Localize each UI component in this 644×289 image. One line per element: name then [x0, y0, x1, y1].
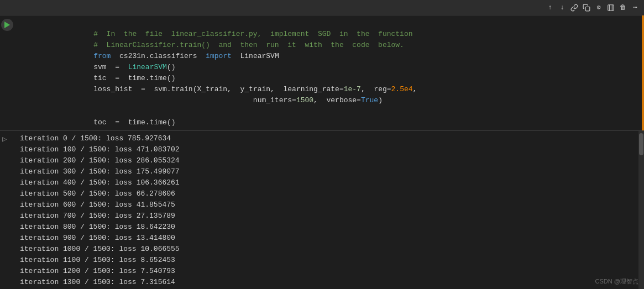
- code-line-1: # In the file linear_classifier.py, impl…: [33, 18, 644, 29]
- code-content: # In the file linear_classifier.py, impl…: [15, 18, 644, 128]
- scrollbar-thumb[interactable]: [639, 133, 643, 155]
- output-gutter: ▷: [0, 131, 15, 289]
- output-line-8: iteration 700 / 1500: loss 27.135789: [20, 211, 634, 222]
- delete-icon[interactable]: 🗑: [619, 3, 627, 12]
- output-content: iteration 0 / 1500: loss 785.927634 iter…: [15, 131, 638, 289]
- output-block: ▷ iteration 0 / 1500: loss 785.927634 it…: [0, 131, 644, 289]
- copy-icon[interactable]: [582, 3, 591, 12]
- output-line-2: iteration 100 / 1500: loss 471.083702: [20, 144, 634, 155]
- output-line-3: iteration 200 / 1500: loss 286.055324: [20, 155, 634, 166]
- output-line-10: iteration 900 / 1500: loss 13.414800: [20, 233, 634, 244]
- output-line-5: iteration 400 / 1500: loss 106.366261: [20, 177, 634, 188]
- line-num-5: [0, 62, 11, 73]
- code-block: # In the file linear_classifier.py, impl…: [0, 15, 644, 131]
- run-button[interactable]: [1, 19, 13, 31]
- svg-marker-2: [4, 22, 10, 28]
- output-line-11: iteration 1000 / 1500: loss 10.066555: [20, 244, 634, 255]
- active-scrollbar: [642, 15, 644, 130]
- main-container: ↑ ↓ ⚙ 🗑 ⋯: [0, 0, 644, 289]
- output-arrow-icon: ▷: [2, 134, 7, 144]
- line-numbers: [0, 18, 15, 128]
- line-num-10: [0, 117, 11, 128]
- more-icon[interactable]: ⋯: [631, 3, 640, 12]
- svg-rect-0: [585, 7, 590, 11]
- output-line-9: iteration 800 / 1500: loss 18.642230: [20, 222, 634, 233]
- output-line-4: iteration 300 / 1500: loss 175.499077: [20, 166, 634, 177]
- scroll-down-icon[interactable]: ↓: [558, 3, 567, 12]
- toolbar: ↑ ↓ ⚙ 🗑 ⋯: [0, 0, 644, 15]
- expand-icon[interactable]: [606, 3, 615, 12]
- output-line-6: iteration 500 / 1500: loss 66.278606: [20, 188, 634, 199]
- output-line-12: iteration 1100 / 1500: loss 8.652453: [20, 255, 634, 266]
- code-line-9: toc = time.time(): [33, 106, 644, 117]
- line-num-4: [0, 51, 11, 62]
- line-num-8: [0, 95, 11, 106]
- output-line-14: iteration 1300 / 1500: loss 7.315614: [20, 277, 634, 288]
- line-num-7: [0, 84, 11, 95]
- line-num-9: [0, 106, 11, 117]
- watermark: CSDN @理智点: [595, 277, 638, 286]
- main-area: # In the file linear_classifier.py, impl…: [0, 15, 644, 289]
- scroll-up-icon[interactable]: ↑: [546, 3, 554, 12]
- output-line-1: iteration 0 / 1500: loss 785.927634: [20, 133, 634, 144]
- line-num-3: [0, 40, 11, 51]
- output-line-13: iteration 1200 / 1500: loss 7.540793: [20, 266, 634, 277]
- scrollbar-track[interactable]: [638, 131, 644, 289]
- settings-icon[interactable]: ⚙: [594, 3, 603, 12]
- svg-rect-1: [608, 4, 614, 10]
- link-icon[interactable]: [570, 3, 579, 12]
- output-line-7: iteration 600 / 1500: loss 41.855475: [20, 199, 634, 211]
- line-num-6: [0, 73, 11, 84]
